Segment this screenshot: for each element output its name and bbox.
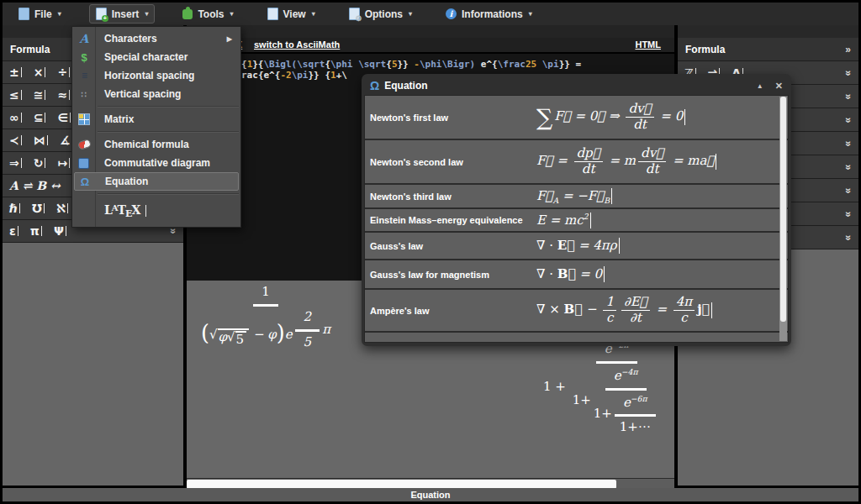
equation-row-newton-s-second-law[interactable]: Newton's second lawF⃗ = dp⃗dt = mdv⃗dt =… bbox=[365, 140, 788, 185]
symbol-button[interactable]: ∞ bbox=[9, 111, 22, 124]
text-cursor bbox=[619, 238, 620, 254]
text-cursor bbox=[45, 90, 45, 100]
symbol-glyph: ± bbox=[9, 66, 19, 79]
insert-menu-item-matrix[interactable]: Matrix bbox=[74, 110, 239, 129]
symbol-button[interactable]: ↦ bbox=[57, 156, 70, 170]
symbol-button[interactable]: ∡ bbox=[60, 134, 73, 147]
symbol-button[interactable]: A ⇌ B ↔ bbox=[9, 179, 61, 192]
menu-label: View bbox=[283, 8, 306, 20]
menu-item-label: Horizontal spacing bbox=[104, 70, 194, 81]
symbol-glyph: ≤ bbox=[9, 88, 19, 102]
equation-formula: ∇ × B⃗ − 1c∂E⃗∂t = 4πcj⃗ bbox=[536, 296, 788, 325]
equation-row-newton-s-first-law[interactable]: Newton's first law∑F⃗ = 0⃗ ⇒ dv⃗dt = 0 bbox=[365, 96, 788, 140]
equation-dialog[interactable]: Ω Equation ▲ ✕ Newton's first law∑F⃗ = 0… bbox=[362, 74, 791, 346]
tools-icon bbox=[182, 9, 193, 19]
symbol-button[interactable]: ≤ bbox=[9, 88, 22, 102]
symbol-button[interactable]: ⇒ bbox=[9, 156, 22, 170]
equation-row-gauss-s-law-for-magnetism[interactable]: Gauss's law for magnetism∇ · B⃗ = 0 bbox=[365, 260, 788, 290]
text-cursor bbox=[590, 213, 591, 228]
right-panel-header[interactable]: Formula » bbox=[678, 38, 858, 61]
collapse-dialog-button[interactable]: ▲ bbox=[757, 82, 763, 90]
expand-row-chevron-icon[interactable]: » bbox=[843, 164, 855, 170]
menu-file[interactable]: File▾ bbox=[13, 5, 67, 23]
chevron-down-icon: ▾ bbox=[58, 10, 61, 18]
vspace-icon: ∷ bbox=[78, 88, 90, 100]
expand-row-chevron-icon[interactable]: » bbox=[843, 93, 855, 99]
symbol-button[interactable]: π bbox=[30, 224, 42, 238]
symbol-button[interactable]: ε bbox=[9, 224, 18, 238]
switch-to-asciimath-link[interactable]: switch to AsciiMath bbox=[254, 39, 340, 50]
chevron-down-icon: ▾ bbox=[145, 10, 148, 18]
close-dialog-button[interactable]: ✕ bbox=[775, 81, 783, 92]
symbol-button[interactable]: × bbox=[34, 66, 46, 79]
pill-icon bbox=[77, 139, 92, 150]
symbol-button[interactable]: ÷ bbox=[57, 66, 70, 79]
expand-row-chevron-icon[interactable]: » bbox=[843, 117, 855, 123]
menubar: File▾+Insert▾Tools▾View▾⚙Options▾iInform… bbox=[3, 3, 858, 25]
insert-menu-item-special-character[interactable]: $Special character bbox=[74, 48, 239, 66]
symbol-button[interactable]: ⊆ bbox=[34, 111, 46, 124]
equation-label: Newton's second law bbox=[365, 157, 536, 167]
insert-menu-item-equation[interactable]: ΩEquation bbox=[74, 172, 239, 191]
text-cursor bbox=[41, 226, 42, 236]
menu-item-label: Characters bbox=[104, 33, 157, 45]
menu-options[interactable]: ⚙Options▾ bbox=[343, 5, 418, 23]
equation-row-amp-re-s-law[interactable]: Ampère's law∇ × B⃗ − 1c∂E⃗∂t = 4πcj⃗ bbox=[365, 290, 788, 333]
symbol-button[interactable]: ≈ bbox=[57, 88, 70, 102]
symbol-button[interactable]: ⋈ bbox=[34, 134, 48, 147]
dialog-scrollbar[interactable] bbox=[779, 97, 787, 341]
menu-informations[interactable]: iInformations▾ bbox=[440, 6, 538, 23]
symbol-button[interactable]: ± bbox=[9, 66, 22, 79]
equation-row-newton-s-third-law[interactable]: Newton's third lawF⃗A = −F⃗B bbox=[365, 185, 788, 209]
menu-view[interactable]: View▾ bbox=[261, 5, 321, 23]
equation-dialog-titlebar[interactable]: Ω Equation ▲ ✕ bbox=[364, 76, 789, 95]
hspace-icon: ≡ bbox=[78, 70, 90, 81]
insert-menu-item-horizontal-spacing[interactable]: ≡Horizontal spacing bbox=[74, 66, 239, 85]
expand-row-chevron-icon[interactable]: » bbox=[843, 234, 855, 240]
text-cursor bbox=[21, 135, 22, 145]
characters-icon: A bbox=[78, 33, 90, 45]
gear-icon: ⚙ bbox=[356, 14, 362, 23]
insert-menu-item-chemical-formula[interactable]: Chemical formula bbox=[74, 135, 239, 154]
text-cursor bbox=[145, 205, 146, 217]
symbol-button[interactable]: ℵ bbox=[56, 202, 68, 215]
menu-insert[interactable]: +Insert▾ bbox=[89, 4, 156, 24]
collapse-panel-chevron-icon[interactable]: » bbox=[845, 44, 851, 55]
equation-row-einstein-mass-energy-equivalence[interactable]: Einstein Mass–energy equivalenceE = mc2 bbox=[365, 209, 788, 233]
status-bar: Equation bbox=[3, 488, 858, 501]
expand-row-chevron-icon[interactable]: » bbox=[843, 70, 855, 76]
dialog-scrollbar-thumb[interactable] bbox=[780, 97, 786, 322]
equation-formula: ∇ · E⃗ = 4πρ bbox=[536, 238, 788, 254]
html-link[interactable]: HTML bbox=[635, 39, 661, 50]
expand-row-chevron-icon[interactable]: » bbox=[843, 211, 855, 217]
symbol-button[interactable]: ∈ bbox=[57, 111, 71, 124]
symbol-button[interactable]: ℏ bbox=[9, 202, 20, 215]
symbol-button[interactable]: Ψ bbox=[54, 224, 66, 238]
symbol-glyph: ≺ bbox=[9, 134, 19, 147]
symbol-button[interactable]: ↻ bbox=[34, 156, 46, 170]
insert-menu-item-commutative-diagram[interactable]: Commutative diagram bbox=[74, 154, 239, 172]
chevron-down-icon: ▾ bbox=[312, 10, 315, 18]
omega-icon: Ω bbox=[79, 176, 91, 187]
insert-menu-item-characters[interactable]: ACharacters▶ bbox=[74, 29, 239, 48]
insert-icon: + bbox=[96, 8, 107, 20]
menu-label: File bbox=[34, 8, 52, 20]
symbol-button[interactable]: ≅ bbox=[34, 88, 46, 102]
insert-menu-item-vertical-spacing[interactable]: ∷Vertical spacing bbox=[74, 85, 239, 103]
equation-row-gauss-s-law[interactable]: Gauss's law∇ · E⃗ = 4πρ bbox=[365, 233, 788, 260]
symbol-button[interactable]: ℧ bbox=[32, 202, 45, 215]
equation-label: Newton's first law bbox=[365, 113, 536, 123]
insert-menu-item-latex[interactable]: LATEX bbox=[74, 197, 239, 224]
expand-row-chevron-icon[interactable]: » bbox=[843, 187, 855, 193]
expand-row-chevron-icon[interactable]: » bbox=[168, 228, 180, 234]
symbol-glyph: ↻ bbox=[34, 156, 44, 170]
text-cursor bbox=[19, 203, 20, 213]
text-cursor bbox=[21, 113, 22, 123]
expand-row-chevron-icon[interactable]: » bbox=[843, 140, 855, 146]
code-line: {1}{\Bigl(\sqrt{\phi \sqrt{5}} -\phi\Big… bbox=[241, 59, 671, 70]
editor-top-strip bbox=[187, 25, 674, 38]
equation-formula: F⃗ = dp⃗dt = mdv⃗dt = ma⃗ bbox=[536, 147, 788, 176]
menu-tools[interactable]: Tools▾ bbox=[177, 6, 239, 23]
symbol-glyph: ∡ bbox=[60, 134, 71, 147]
symbol-button[interactable]: ≺ bbox=[9, 134, 22, 147]
